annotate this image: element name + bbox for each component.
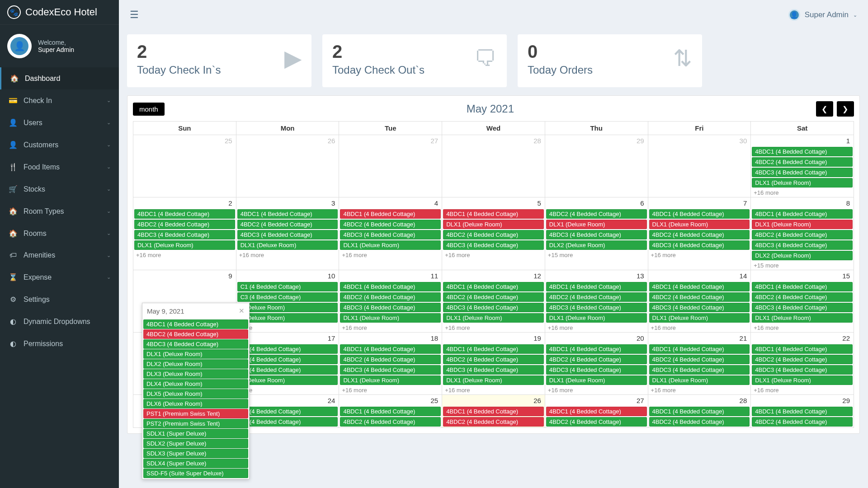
day-cell[interactable]: 64BDC2 (4 Bedded Cottage)DLX1 (Deluxe Ro… — [545, 197, 648, 270]
more-link[interactable]: +16 more — [649, 252, 750, 258]
calendar-event[interactable]: PST1 (Premium Swiss Tent) — [143, 409, 248, 418]
calendar-event[interactable]: 4BDC1 (4 Bedded Cottage) — [443, 209, 544, 219]
more-link[interactable]: +15 more — [546, 252, 647, 258]
stat-card[interactable]: 0Today Orders⇅ — [518, 34, 702, 87]
brand[interactable]: 🐾 CodexEco Hotel — [0, 0, 119, 25]
sidebar-item-amenities[interactable]: 🏷Amenities⌄ — [0, 244, 119, 266]
calendar-event[interactable]: DLX1 (Deluxe Room) — [340, 375, 441, 385]
calendar-event[interactable]: SDLX1 (Super Deluxe) — [143, 429, 248, 438]
calendar-event[interactable]: 4BDC1 (4 Bedded Cottage) — [443, 344, 544, 354]
calendar-event[interactable]: 4BDC2 (4 Bedded Cottage) — [340, 417, 441, 427]
day-cell[interactable]: 44BDC1 (4 Bedded Cottage)4BDC2 (4 Bedded… — [339, 197, 442, 270]
calendar-event[interactable]: C3 (4 Bedded Cottage) — [237, 365, 338, 375]
calendar-event[interactable]: 4BDC3 (4 Bedded Cottage) — [443, 365, 544, 375]
calendar-event[interactable]: DLX1 (Deluxe Room) — [546, 220, 647, 229]
calendar-event[interactable]: 4BDC1 (4 Bedded Cottage) — [546, 344, 647, 354]
calendar-event[interactable]: 4BDC2 (4 Bedded Cottage) — [237, 220, 338, 229]
stat-card[interactable]: 2Today Check Out`s🗨 — [322, 34, 507, 87]
calendar-event[interactable]: 2 (Deluxe Room) — [237, 313, 338, 323]
more-link[interactable]: more — [237, 387, 338, 394]
calendar-event[interactable]: 4BDC3 (4 Bedded Cottage) — [546, 365, 647, 375]
calendar-event[interactable]: DLX1 (Deluxe Room) — [340, 240, 441, 250]
calendar-event[interactable]: DLX1 (Deluxe Room) — [649, 313, 750, 323]
calendar-event[interactable]: DLX2 (Deluxe Room) — [143, 359, 248, 369]
calendar-event[interactable]: 4BDC3 (4 Bedded Cottage) — [752, 365, 853, 375]
calendar-event[interactable]: 4BDC3 (4 Bedded Cottage) — [143, 339, 248, 349]
calendar-event[interactable]: 4BDC1 (4 Bedded Cottage) — [649, 344, 750, 354]
calendar-event[interactable]: DLX1 (Deluxe Room) — [443, 313, 544, 323]
more-link[interactable]: +15 more — [752, 262, 853, 269]
calendar-event[interactable]: DLX1 (Deluxe Room) — [443, 220, 544, 229]
calendar-event[interactable]: C1 (4 Bedded Cottage) — [237, 407, 338, 416]
calendar-event[interactable]: SSD-F5 (Suite Super Deluxe) — [143, 469, 248, 478]
calendar-event[interactable]: 4BDC3 (4 Bedded Cottage) — [752, 240, 853, 250]
sidebar-item-users[interactable]: 👤Users⌄ — [0, 112, 119, 134]
calendar-event[interactable]: 4BDC3 (4 Bedded Cottage) — [134, 230, 235, 239]
calendar-event[interactable]: 4BDC2 (4 Bedded Cottage) — [134, 220, 235, 229]
calendar-event[interactable]: 4BDC3 (4 Bedded Cottage) — [443, 303, 544, 312]
calendar-event[interactable]: 4BDC2 (4 Bedded Cottage) — [752, 355, 853, 364]
prev-button[interactable]: ❮ — [816, 101, 833, 117]
calendar-event[interactable]: 4BDC2 (4 Bedded Cottage) — [752, 230, 853, 239]
calendar-event[interactable]: 4BDC3 (4 Bedded Cottage) — [443, 240, 544, 250]
calendar-event[interactable]: SDLX4 (Super Deluxe) — [143, 459, 248, 468]
calendar-event[interactable]: DLX2 (Deluxe Room) — [752, 251, 853, 260]
day-cell[interactable]: 54BDC1 (4 Bedded Cottage)DLX1 (Deluxe Ro… — [442, 197, 545, 270]
calendar-event[interactable]: 4BDC2 (4 Bedded Cottage) — [546, 417, 647, 427]
more-link[interactable]: +16 more — [237, 252, 338, 258]
calendar-event[interactable]: 4BDC3 (4 Bedded Cottage) — [546, 230, 647, 239]
sidebar-item-stocks[interactable]: 🛒Stocks⌄ — [0, 178, 119, 200]
calendar-event[interactable]: 4BDC2 (4 Bedded Cottage) — [649, 230, 750, 239]
more-link[interactable]: +16 more — [546, 324, 647, 331]
calendar-event[interactable]: 4BDC3 (4 Bedded Cottage) — [649, 365, 750, 375]
calendar-event[interactable]: C1 (4 Bedded Cottage) — [237, 282, 338, 291]
calendar-event[interactable]: 4BDC2 (4 Bedded Cottage) — [443, 292, 544, 302]
calendar-event[interactable]: 4BDC1 (4 Bedded Cottage) — [143, 319, 248, 329]
calendar-event[interactable]: DLX1 (Deluxe Room) — [340, 313, 441, 323]
sidebar-item-expense[interactable]: ⌛Expense⌄ — [0, 266, 119, 288]
calendar-event[interactable]: 4BDC3 (4 Bedded Cottage) — [649, 240, 750, 250]
day-cell[interactable]: 84BDC1 (4 Bedded Cottage)DLX1 (Deluxe Ro… — [751, 197, 854, 270]
calendar-event[interactable]: 4BDC3 (4 Bedded Cottage) — [340, 303, 441, 312]
more-link[interactable]: +16 more — [752, 324, 853, 331]
calendar-event[interactable]: 4BDC2 (4 Bedded Cottage) — [546, 209, 647, 219]
calendar-event[interactable]: DLX3 (Deluxe Room) — [143, 369, 248, 379]
day-cell[interactable]: 224BDC1 (4 Bedded Cottage)4BDC2 (4 Bedde… — [751, 333, 854, 395]
calendar-event[interactable]: SDLX2 (Super Deluxe) — [143, 439, 248, 448]
calendar-event[interactable]: 4BDC1 (4 Bedded Cottage) — [649, 209, 750, 219]
calendar-event[interactable]: 4BDC2 (4 Bedded Cottage) — [546, 355, 647, 364]
sidebar-item-room-types[interactable]: 🏠Room Types⌄ — [0, 200, 119, 222]
calendar-event[interactable]: 4BDC1 (4 Bedded Cottage) — [752, 407, 853, 416]
calendar-event[interactable]: 4BDC2 (4 Bedded Cottage) — [752, 292, 853, 302]
calendar-event[interactable]: DLX1 (Deluxe Room) — [443, 375, 544, 385]
day-cell[interactable]: 17C1 (4 Bedded Cottage)C2 (4 Bedded Cott… — [236, 333, 340, 395]
day-cell[interactable]: 154BDC1 (4 Bedded Cottage)4BDC2 (4 Bedde… — [751, 270, 854, 333]
calendar-event[interactable]: 4BDC1 (4 Bedded Cottage) — [649, 282, 750, 291]
sidebar-item-dynamic-dropdowns[interactable]: ◐Dynamic Dropdowns — [0, 310, 119, 333]
sidebar-item-rooms[interactable]: 🏠Rooms⌄ — [0, 222, 119, 244]
sidebar-item-customers[interactable]: 👤Customers⌄ — [0, 134, 119, 156]
next-button[interactable]: ❯ — [837, 101, 854, 117]
calendar-event[interactable]: 4BDC2 (4 Bedded Cottage) — [443, 355, 544, 364]
day-cell[interactable]: 204BDC1 (4 Bedded Cottage)4BDC2 (4 Bedde… — [545, 333, 648, 395]
calendar-event[interactable]: 4BDC1 (4 Bedded Cottage) — [752, 282, 853, 291]
calendar-event[interactable]: 4BDC3 (4 Bedded Cottage) — [752, 168, 853, 177]
calendar-event[interactable]: 4BDC1 (4 Bedded Cottage) — [340, 209, 441, 219]
day-cell[interactable]: 274BDC1 (4 Bedded Cottage)4BDC2 (4 Bedde… — [545, 395, 648, 428]
close-icon[interactable]: ✕ — [239, 307, 245, 315]
calendar-event[interactable]: 4BDC2 (4 Bedded Cottage) — [340, 292, 441, 302]
calendar-event[interactable]: DLX2 (Deluxe Room) — [546, 240, 647, 250]
more-link[interactable]: more — [237, 324, 338, 331]
calendar-event[interactable]: 4BDC2 (4 Bedded Cottage) — [340, 220, 441, 229]
calendar-event[interactable]: DLX1 (Deluxe Room) — [752, 375, 853, 385]
day-cell[interactable]: 254BDC1 (4 Bedded Cottage)4BDC2 (4 Bedde… — [339, 395, 442, 428]
calendar-event[interactable]: DLX1 (Deluxe Room) — [752, 313, 853, 323]
day-cell[interactable]: 294BDC1 (4 Bedded Cottage)4BDC2 (4 Bedde… — [751, 395, 854, 428]
calendar-event[interactable]: DLX6 (Deluxe Room) — [143, 399, 248, 408]
more-link[interactable]: +16 more — [443, 252, 544, 258]
calendar-event[interactable]: C1 (4 Bedded Cottage) — [237, 344, 338, 354]
day-cell[interactable]: 24C1 (4 Bedded Cottage)C2 (4 Bedded Cott… — [236, 395, 340, 428]
more-link[interactable]: +16 more — [752, 387, 853, 394]
calendar-event[interactable]: C3 (4 Bedded Cottage) — [237, 292, 338, 302]
day-cell[interactable]: 24BDC1 (4 Bedded Cottage)4BDC2 (4 Bedded… — [133, 197, 236, 270]
